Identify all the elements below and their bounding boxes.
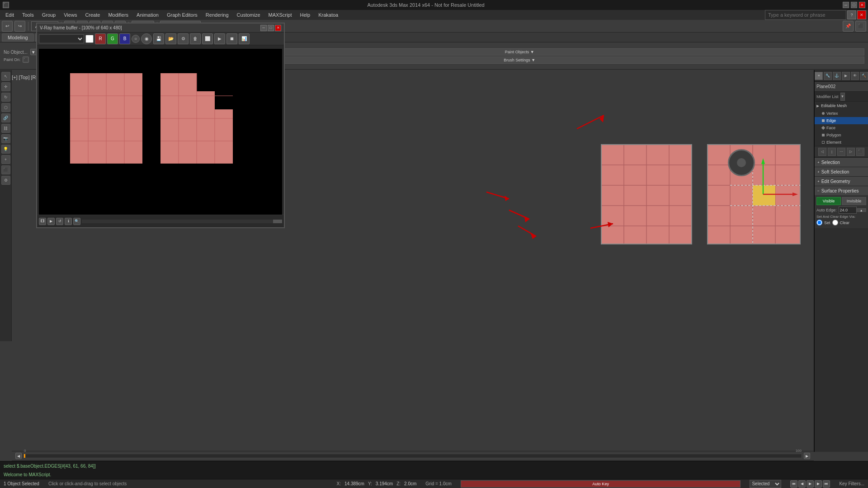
maximize-button[interactable]: □ bbox=[851, 2, 857, 8]
vray-film-icon[interactable]: 🎞 bbox=[39, 218, 46, 225]
undo-button[interactable]: ↩ bbox=[2, 21, 13, 32]
soft-selection-rollout-header[interactable]: + Soft Selection bbox=[815, 167, 868, 176]
timeline-prev-btn[interactable]: ◀ bbox=[15, 453, 22, 459]
vray-g-btn[interactable]: G bbox=[107, 33, 118, 44]
panel-hierarchy-tab[interactable]: ⚓ bbox=[833, 72, 841, 80]
vray-color-swatch[interactable] bbox=[85, 35, 94, 43]
next-frame-btn[interactable]: ⏭ bbox=[823, 480, 830, 488]
paint-on-btn[interactable]: ⬛ bbox=[23, 56, 29, 63]
vray-refresh-icon[interactable]: ↺ bbox=[56, 218, 63, 225]
vray-b-btn[interactable]: B bbox=[119, 33, 130, 44]
subpanel-tab5[interactable]: ⬛ bbox=[856, 148, 864, 156]
vray-circle2-icon[interactable]: ◉ bbox=[141, 33, 152, 44]
vray-open-icon[interactable]: 📂 bbox=[165, 33, 176, 44]
help-icon[interactable]: ? bbox=[847, 10, 856, 19]
vray-zoom-icon[interactable]: 🔍 bbox=[73, 218, 80, 225]
set-radio[interactable] bbox=[816, 220, 822, 225]
panel-display-tab[interactable]: 👁 bbox=[851, 72, 859, 80]
subpanel-tab2[interactable]: | bbox=[828, 148, 836, 156]
vray-circle-icon[interactable]: ○ bbox=[132, 35, 140, 43]
menu-animation[interactable]: Animation bbox=[133, 11, 162, 19]
vray-controls[interactable]: ─ □ ✕ bbox=[260, 25, 281, 31]
menu-edit[interactable]: Edit bbox=[2, 11, 18, 19]
window-controls[interactable]: ─ □ ✕ bbox=[843, 2, 865, 8]
panel-utilities-tab[interactable]: 🔨 bbox=[860, 72, 868, 80]
sidebar-scale-icon[interactable]: ⬡ bbox=[1, 103, 10, 112]
vray-info-icon[interactable]: ℹ bbox=[65, 218, 72, 225]
vray-settings-icon[interactable]: ⚙ bbox=[178, 33, 189, 44]
tree-face[interactable]: Face bbox=[815, 124, 868, 131]
window-close-icon[interactable]: ✕ bbox=[857, 10, 866, 19]
mirror-btn[interactable]: ⬛ bbox=[855, 21, 866, 32]
panel-modify-tab[interactable]: 🔧 bbox=[824, 72, 832, 80]
subpanel-tab4[interactable]: ▷ bbox=[847, 148, 855, 156]
sidebar-space-icon[interactable]: ⬛ bbox=[1, 165, 10, 174]
vray-play-icon[interactable]: ▶ bbox=[47, 218, 55, 225]
menu-customize[interactable]: Customize bbox=[233, 11, 264, 19]
invisible-button[interactable]: Invisible bbox=[842, 197, 866, 205]
menu-tools[interactable]: Tools bbox=[19, 11, 38, 19]
sidebar-rotate-icon[interactable]: ↻ bbox=[1, 93, 10, 102]
vray-clear-icon[interactable]: 🗑 bbox=[190, 33, 201, 44]
auto-key-button[interactable]: Auto Key bbox=[461, 480, 741, 488]
sidebar-link-icon[interactable]: 🔗 bbox=[1, 113, 10, 122]
sidebar-helper-icon[interactable]: + bbox=[1, 155, 10, 164]
vray-color-mode-dropdown[interactable]: RGB color bbox=[39, 34, 84, 43]
close-button[interactable]: ✕ bbox=[859, 2, 865, 8]
next-key-btn[interactable]: ▶ bbox=[815, 480, 822, 488]
sidebar-camera-icon[interactable]: 📷 bbox=[1, 134, 10, 143]
timeline-next-btn[interactable]: ▶ bbox=[804, 453, 810, 459]
menu-maxscript[interactable]: MAXScript bbox=[265, 11, 296, 19]
clear-radio[interactable] bbox=[832, 220, 838, 225]
panel-motion-tab[interactable]: ▶ bbox=[842, 72, 850, 80]
redo-button[interactable]: ↪ bbox=[14, 21, 25, 32]
vray-render-icon[interactable]: ▶ bbox=[214, 33, 225, 44]
panel-create-tab[interactable]: ✦ bbox=[815, 72, 823, 80]
menu-graph-editors[interactable]: Graph Editors bbox=[163, 11, 201, 19]
subpanel-tab1[interactable]: ◁ bbox=[818, 148, 826, 156]
edit-geometry-rollout-header[interactable]: + Edit Geometry bbox=[815, 177, 868, 186]
sidebar-light-icon[interactable]: 💡 bbox=[1, 145, 10, 154]
snap-btn[interactable]: 📌 bbox=[843, 21, 854, 32]
selection-rollout-header[interactable]: + Selection bbox=[815, 158, 868, 167]
sidebar-systems-icon[interactable]: ⚙ bbox=[1, 176, 10, 185]
sidebar-move-icon[interactable]: ✛ bbox=[1, 82, 10, 91]
vray-minimize[interactable]: ─ bbox=[260, 25, 267, 31]
vray-channels-icon[interactable]: 📊 bbox=[239, 33, 250, 44]
tree-edge[interactable]: Edge bbox=[815, 117, 868, 124]
auto-edge-spinner-up[interactable]: ▲ bbox=[857, 208, 866, 212]
tree-vertex[interactable]: Vertex bbox=[815, 110, 868, 117]
menu-rendering[interactable]: Rendering bbox=[202, 11, 232, 19]
visible-button[interactable]: Visible bbox=[816, 197, 841, 205]
menu-group[interactable]: Group bbox=[38, 11, 60, 19]
menu-modifiers[interactable]: Modifiers bbox=[104, 11, 132, 19]
timeline-playhead[interactable] bbox=[24, 454, 25, 458]
vray-stop-icon[interactable]: ⏹ bbox=[226, 33, 237, 44]
tab-modeling[interactable]: Modeling bbox=[2, 33, 34, 42]
vray-close[interactable]: ✕ bbox=[275, 25, 281, 31]
subpanel-tab3[interactable]: ⋯ bbox=[837, 148, 845, 156]
menu-krakatoa[interactable]: Krakatoa bbox=[315, 11, 342, 19]
menu-help[interactable]: Help bbox=[297, 11, 314, 19]
surface-properties-rollout-header[interactable]: − Surface Properties bbox=[815, 186, 868, 195]
menu-views[interactable]: Views bbox=[60, 11, 80, 19]
modifier-list-dropdown-arrow[interactable]: ▼ bbox=[840, 93, 845, 101]
timeline-track[interactable]: 0 100 bbox=[24, 454, 802, 458]
object-selector[interactable]: ▼ bbox=[30, 49, 37, 55]
prev-frame-btn[interactable]: ⏮ bbox=[790, 480, 797, 488]
tree-editable-mesh[interactable]: ▶ Editable Mesh bbox=[815, 102, 868, 110]
tree-polygon[interactable]: Polygon bbox=[815, 131, 868, 139]
play-btn[interactable]: ▶ bbox=[807, 480, 814, 488]
search-input[interactable] bbox=[765, 10, 846, 20]
sidebar-unlink-icon[interactable]: ⛓ bbox=[1, 124, 10, 133]
vray-region-icon[interactable]: ⬜ bbox=[202, 33, 213, 44]
viewport-nav-circle[interactable] bbox=[728, 149, 755, 176]
auto-edge-input[interactable] bbox=[839, 206, 857, 214]
vray-save-icon[interactable]: 💾 bbox=[153, 33, 164, 44]
minimize-button[interactable]: ─ bbox=[843, 2, 849, 8]
vray-maximize[interactable]: □ bbox=[268, 25, 274, 31]
sidebar-select-icon[interactable]: ↖ bbox=[1, 72, 10, 81]
prev-key-btn[interactable]: ◀ bbox=[798, 480, 806, 488]
vray-r-btn[interactable]: R bbox=[95, 33, 106, 44]
selected-dropdown[interactable]: Selected bbox=[750, 480, 781, 488]
